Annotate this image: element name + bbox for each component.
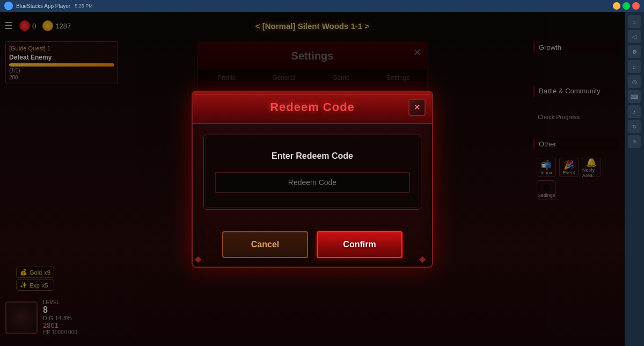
- modal-buttons: Cancel Confirm: [193, 231, 432, 267]
- minimize-button[interactable]: [613, 2, 620, 10]
- titlebar: BlueStacks App Player 5:25 PM: [0, 0, 644, 12]
- modal-overlay: ◆ ◆ ◆ ◆ Redeem Code ✕ Enter Redeem Code: [0, 12, 625, 346]
- corner-deco-bl: ◆: [195, 254, 206, 264]
- titlebar-controls: [613, 2, 640, 10]
- modal-body: Enter Redeem Code: [193, 124, 432, 231]
- code-input-area: Enter Redeem Code: [203, 135, 421, 210]
- titlebar-title: BlueStacks App Player: [16, 3, 70, 9]
- game-area: ☰ 0 1287 < [Normal] Silent Woods 1-1 > […: [0, 12, 625, 346]
- modal-header: Redeem Code ✕: [193, 92, 432, 124]
- sidebar-keyboard-icon[interactable]: ⌨: [628, 90, 641, 103]
- sidebar-camera-icon[interactable]: ◎: [628, 75, 641, 88]
- sidebar-volume-icon[interactable]: ♪: [628, 105, 641, 118]
- modal-title: Redeem Code: [270, 100, 355, 114]
- redeem-code-modal: ◆ ◆ ◆ ◆ Redeem Code ✕ Enter Redeem Code: [192, 91, 433, 268]
- close-button[interactable]: [632, 2, 640, 10]
- bluestacks-logo: [4, 2, 13, 10]
- sidebar-rotate-icon[interactable]: ↻: [628, 120, 641, 133]
- bluestacks-sidebar: ⌂ ◁ ⚙ ⌕ ◎ ⌨ ♪ ↻ ≋: [625, 12, 644, 346]
- cancel-button[interactable]: Cancel: [222, 231, 308, 258]
- sidebar-search-icon[interactable]: ⌕: [628, 60, 641, 73]
- sidebar-back-icon[interactable]: ◁: [628, 30, 641, 43]
- modal-close-button[interactable]: ✕: [408, 99, 426, 116]
- close-x-icon: ✕: [414, 103, 420, 112]
- confirm-button[interactable]: Confirm: [317, 231, 402, 258]
- sidebar-home-icon[interactable]: ⌂: [628, 15, 641, 28]
- redeem-code-input[interactable]: [215, 172, 410, 193]
- corner-deco-br: ◆: [419, 254, 430, 264]
- maximize-button[interactable]: [623, 2, 630, 10]
- code-prompt-text: Enter Redeem Code: [215, 151, 410, 161]
- sidebar-settings-icon[interactable]: ⚙: [628, 45, 641, 58]
- titlebar-time: 5:25 PM: [75, 3, 93, 9]
- sidebar-shake-icon[interactable]: ≋: [628, 135, 641, 148]
